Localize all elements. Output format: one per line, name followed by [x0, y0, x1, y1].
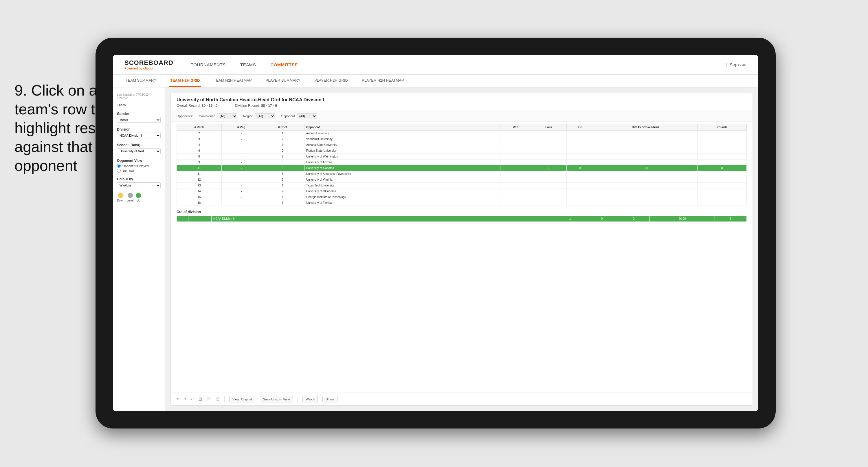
logo-area: SCOREBOARD Powered by clippd [124, 59, 174, 70]
subnav-player-h2h-heatmap[interactable]: PLAYER H2H HEATMAP [361, 75, 405, 87]
out-div-win: 1 [554, 216, 586, 222]
col-loss: Loss [531, 124, 566, 130]
legend-down-dot [118, 193, 123, 198]
out-div-name: NCAA Division II [212, 216, 554, 222]
grid-header: University of North Carolina Head-to-Hea… [171, 93, 752, 111]
subnav-player-h2h-grid[interactable]: PLAYER H2H GRID [313, 75, 349, 87]
table-row[interactable]: 12-3University of Virginia [177, 177, 747, 183]
subnav-player-summary[interactable]: PLAYER SUMMARY [265, 75, 302, 87]
table-row[interactable]: 11-6University of Arkansas, Fayetteville [177, 171, 747, 177]
sidebar-gender-section: Gender Men's [117, 112, 161, 123]
toolbar-divider-1 [224, 396, 225, 403]
sidebar-school-section: School (Rank) University of Nort... [117, 143, 161, 154]
gender-select[interactable]: Men's [117, 117, 161, 123]
table-row[interactable]: 6-2Florida State University [177, 148, 747, 154]
nav-menu: TOURNAMENTS TEAMS COMMITTEE [191, 62, 708, 67]
copy-icon[interactable]: 📋 [198, 397, 202, 401]
subnav-team-h2h-grid[interactable]: TEAM H2H GRID [169, 75, 201, 87]
col-win: Win [500, 124, 531, 130]
colour-by-select[interactable]: Win/loss [117, 182, 161, 188]
out-of-division-row[interactable]: NCAA Division II 1 0 0 26.00 3 [177, 216, 747, 222]
table-row[interactable]: 16-3University of Florida [177, 200, 747, 206]
legend-level-dot [128, 193, 133, 198]
sidebar-school-label: School (Rank) [117, 143, 161, 147]
logo-title: SCOREBOARD [124, 59, 174, 66]
region-filter-select[interactable]: (All) [255, 113, 275, 119]
last-updated: Last Updated: 27/03/2024 16:55:38 [117, 93, 161, 99]
filter-conference: Conference (All) [199, 113, 237, 119]
legend-down: Down [117, 193, 124, 202]
col-conf: # Conf [261, 124, 304, 130]
nav-committee[interactable]: COMMITTEE [270, 62, 298, 67]
col-diff: Diff Av Strokes/Rnd [593, 124, 698, 130]
table-row[interactable]: 9-3University of Arizona [177, 159, 747, 165]
table-row[interactable]: 2-1Auburn University [177, 130, 747, 136]
bottom-toolbar: ↶ ↷ ↩ 📋 📄 🕐 View: Original Save Custom V… [171, 392, 752, 405]
col-opponent: Opponent [304, 124, 500, 130]
radio-top100[interactable]: Top 100 [117, 169, 161, 173]
grid-records: Overall Record: 89 - 17 - 0 Division Rec… [177, 104, 747, 108]
main-content: Last Updated: 27/03/2024 16:55:38 Team G… [113, 87, 758, 411]
overall-record-label: Overall Record: 89 - 17 - 0 [177, 104, 217, 108]
opponent-view-radio-group: Opponents Played Top 100 [117, 164, 161, 173]
division-record-label: Division Record: 88 - 17 - 0 [235, 104, 277, 108]
out-div-diff: 26.00 [649, 216, 715, 222]
h2h-table: # Rank # Reg # Conf Opponent Win Loss Ti… [171, 122, 752, 392]
legend-up-dot [136, 193, 141, 198]
sidebar: Last Updated: 27/03/2024 16:55:38 Team G… [113, 87, 165, 411]
col-rounds: Rounds [697, 124, 746, 130]
sidebar-gender-label: Gender [117, 112, 161, 116]
sign-out-button[interactable]: Sign out [730, 62, 747, 67]
out-of-division-table: NCAA Division II 1 0 0 26.00 3 [177, 216, 747, 222]
col-tie: Tie [566, 124, 593, 130]
tablet-frame: SCOREBOARD Powered by clippd TOURNAMENTS… [95, 38, 776, 429]
save-custom-view-button[interactable]: Save Custom View [260, 396, 293, 403]
radio-opponents-played[interactable]: Opponents Played [117, 164, 161, 168]
subnav-team-h2h-heatmap[interactable]: TEAM H2H HEATMAP [213, 75, 253, 87]
table-row[interactable]: 14-2University of Oklahoma [177, 188, 747, 194]
table-row[interactable]: 8-2University of Washington [177, 154, 747, 159]
share-button[interactable]: Share [322, 396, 337, 403]
nav-teams[interactable]: TEAMS [240, 62, 256, 67]
out-of-division-section: Out of division NCAA Division II 1 0 [177, 210, 747, 222]
filter-region: Region (All) [243, 113, 275, 119]
filter-opponents: Opponents: [177, 114, 193, 118]
division-select[interactable]: NCAA Division I [117, 133, 161, 138]
grid-filters: Opponents: Conference (All) Region (All) [171, 111, 752, 122]
paste-icon[interactable]: 📄 [207, 397, 211, 401]
school-select[interactable]: University of Nort... [117, 148, 161, 154]
table-row[interactable]: 13-1Texas Tech University [177, 183, 747, 188]
redo-icon[interactable]: ↷ [184, 397, 186, 401]
app-header: SCOREBOARD Powered by clippd TOURNAMENTS… [113, 55, 758, 75]
nav-tournaments[interactable]: TOURNAMENTS [191, 62, 226, 67]
watch-button[interactable]: Watch [303, 396, 318, 403]
conference-filter-select[interactable]: (All) [217, 113, 237, 119]
sub-nav: TEAM SUMMARY TEAM H2H GRID TEAM H2H HEAT… [113, 75, 758, 87]
sidebar-colour-by-label: Colour by [117, 177, 161, 181]
filter-opponent: Opponent (All) [281, 113, 317, 119]
view-original-button[interactable]: View: Original [229, 396, 255, 403]
legend-area: Down Level Up [117, 193, 161, 202]
table-row[interactable]: 3-2Vanderbilt University [177, 136, 747, 142]
logo-subtitle: Powered by clippd [124, 66, 174, 70]
subnav-team-summary[interactable]: TEAM SUMMARY [124, 75, 157, 87]
sidebar-team-section: Team [117, 103, 161, 107]
table-row[interactable]: 11-5University of Alabama3002.618 [177, 165, 747, 171]
undo-icon[interactable]: ↶ [177, 397, 179, 401]
timer-icon[interactable]: 🕐 [216, 397, 220, 401]
table-row[interactable]: 4-1Arizona State University [177, 142, 747, 148]
out-of-division-label: Out of division [177, 210, 747, 214]
legend-up: Up [136, 193, 141, 202]
sidebar-opponent-view-section: Opponent View Opponents Played Top 100 [117, 159, 161, 173]
col-rank: # Rank [177, 124, 222, 130]
tablet-screen: SCOREBOARD Powered by clippd TOURNAMENTS… [113, 55, 758, 411]
opponent-filter-select[interactable]: (All) [297, 113, 317, 119]
grid-area: University of North Carolina Head-to-Hea… [171, 93, 752, 405]
sidebar-division-label: Division [117, 127, 161, 132]
table-row[interactable]: 15-4Georgia Institute of Technology [177, 194, 747, 200]
back-icon[interactable]: ↩ [191, 397, 194, 401]
sidebar-opponent-view-label: Opponent View [117, 159, 161, 163]
sidebar-division-section: Division NCAA Division I [117, 127, 161, 138]
out-div-rounds: 3 [715, 216, 747, 222]
table-header-row: # Rank # Reg # Conf Opponent Win Loss Ti… [177, 124, 747, 130]
